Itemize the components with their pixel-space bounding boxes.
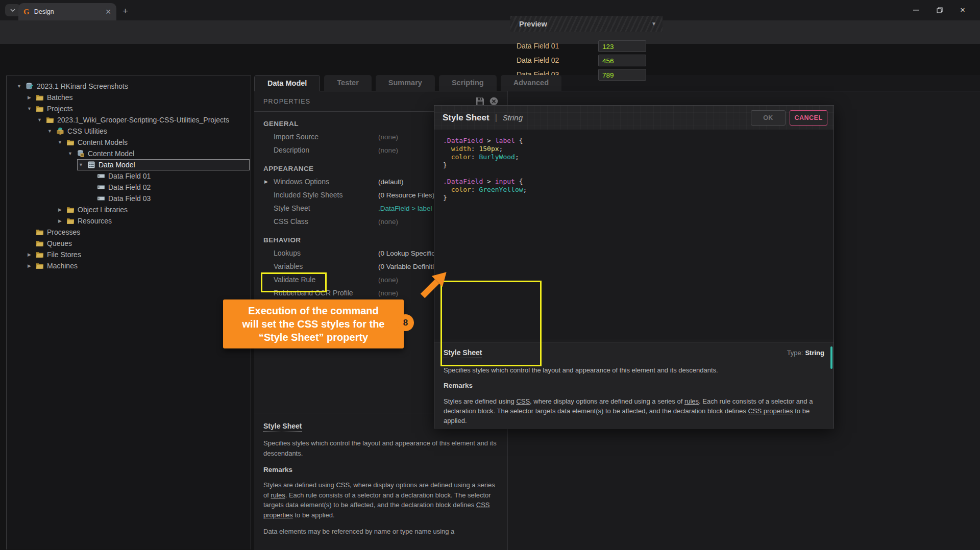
help-link[interactable]: CSS [336,481,350,489]
content-model-icon [77,149,85,158]
expand-arrow-icon[interactable]: ▶ [26,263,33,268]
collapse-arrow-icon[interactable]: ▼ [46,129,53,134]
help-link[interactable]: rules [684,397,699,405]
tree-item[interactable]: ▶Batches [7,92,251,103]
preview-caret-icon[interactable]: ▼ [651,21,656,27]
collapse-arrow-icon[interactable]: ▼ [57,140,63,145]
collapse-arrow-icon[interactable]: ▼ [36,117,43,122]
help-link[interactable]: CSS properties [748,407,793,415]
tree-item-selected: ▼Data Model [77,159,250,170]
collapse-arrow-icon[interactable]: ▼ [78,162,84,167]
window-restore-button[interactable] [928,0,951,20]
preview-field-input[interactable]: 456 [598,55,646,66]
help-scrollbar-thumb[interactable] [830,346,832,369]
preview-field-label: Data Field 02 [517,56,598,64]
tab-close-icon[interactable]: ✕ [105,8,111,16]
tree-item-label: 2023.1 RKinard Screenshots [37,82,128,90]
tab-title: Design [34,8,106,15]
tree-item[interactable]: ▶Object Libraries [7,204,251,215]
tree-item[interactable]: ▼Content Models [7,137,251,148]
cancel-button[interactable]: CANCEL [790,110,827,126]
preview-field-input[interactable]: 789 [598,69,646,81]
tree-item[interactable]: ▶Machines [7,260,251,271]
screen: { "browser": { "tab_title": "Design", "n… [0,0,980,550]
tree-item[interactable]: ▼Projects [7,103,251,114]
folder-icon [66,206,75,214]
property-label: Description [274,146,378,154]
tree-item-label: Content Model [88,149,134,158]
collapse-arrow-icon[interactable]: ▼ [67,151,74,156]
preview-field-input[interactable]: 123 [598,40,646,52]
tree-item[interactable]: Data Field 01 [7,170,251,182]
tree-item-label: Object Libraries [78,206,128,214]
node-tree: ▼2023.1 RKinard Screenshots▶Batches▼Proj… [6,76,251,549]
dialog-value-type: String [503,113,523,122]
code-line: } [443,194,527,202]
code-editor[interactable]: .DataField > label { width: 150px; color… [434,130,834,339]
browser-address-bar: ← → localhost/Grooper/Design ⋮ [0,20,980,44]
property-value: (0 Resource Files) [378,191,434,199]
expand-arrow-icon[interactable]: ▶ [26,252,33,257]
browser-tab-strip: G Design ✕ + × [0,0,980,20]
tree-item[interactable]: ▼2023.1 RKinard Screenshots [7,81,251,92]
folder-icon [46,116,54,124]
help-link[interactable]: rules [271,491,285,499]
property-value: (default) [378,178,404,186]
tree-item[interactable]: Data Field 03 [7,193,251,204]
ok-button[interactable]: OK [751,110,786,126]
tab-advanced[interactable]: Advanced [501,75,561,91]
package-icon [56,127,64,135]
type-value: String [805,349,824,357]
window-minimize-button[interactable] [904,0,928,20]
help-remarks: Styles are defined using CSS, where disp… [263,480,498,520]
tab-scripting[interactable]: Scripting [439,75,497,91]
dialog-remarks: Styles are defined using CSS, where disp… [444,396,824,426]
tree-item[interactable]: Queues [7,238,251,249]
tree-item-label: Data Field 01 [108,172,151,180]
tree-item[interactable]: ▼CSS Utilities [7,126,251,137]
property-label: Style Sheet [274,204,378,212]
preview-field-row: Data Field 02456 [517,53,646,67]
tree-item[interactable]: Data Field 02 [7,182,251,193]
preview-header[interactable]: Preview ▼ [510,16,663,32]
tab-tester[interactable]: Tester [324,75,371,91]
tree-item-label: Processes [47,228,80,236]
collapse-arrow-icon[interactable]: ▼ [16,84,22,89]
tree-item[interactable]: ▼Content Model [7,148,251,159]
tab-data-model[interactable]: Data Model [254,75,320,91]
expand-arrow-icon[interactable]: ▶ [57,207,63,212]
tree-item[interactable]: ▶Resources [7,215,251,227]
expand-arrow-icon[interactable]: ▶ [57,218,63,223]
folder-icon [36,105,44,113]
annotation-step-number: 8 [397,314,414,331]
tree-item[interactable]: ▼2023.1_Wiki_Grooper-Scripting-CSS-Utili… [7,114,251,126]
property-value: (none) [378,218,398,226]
folder-icon [66,217,75,225]
code-line: } [443,161,527,169]
expand-arrow-icon[interactable]: ▶ [26,95,33,100]
grooper-favicon: G [23,8,30,16]
cancel-edit-icon[interactable] [489,97,498,106]
tree-item-label: Data Field 03 [108,194,151,203]
folder-icon [36,251,44,259]
app-header: G PAGE Design • REPOSITORY 2023.1 RKinar… [0,44,980,76]
preview-field-row: Data Field 01123 [517,39,646,53]
tree-item[interactable]: Processes [7,227,251,238]
tree-item[interactable]: ▶File Stores [7,249,251,260]
tree-item[interactable]: ▼Data Model [7,159,251,170]
save-properties-icon[interactable] [476,97,484,106]
dialog-titlebar: Style Sheet | String OK CANCEL [434,106,834,130]
collapse-arrow-icon[interactable]: ▼ [26,106,33,111]
code-line: color: BurlyWood; [443,153,527,161]
folder-icon [36,93,44,102]
expander-icon[interactable]: ▶ [264,179,268,184]
help-link[interactable]: CSS [516,397,530,405]
browser-tab[interactable]: G Design ✕ [18,3,116,20]
window-close-button[interactable]: × [951,0,974,20]
new-tab-button[interactable]: + [122,6,128,16]
property-label: CSS Class [274,217,378,226]
section-label: BEHAVIOR [263,236,301,244]
tab-summary[interactable]: Summary [376,75,435,91]
folder-icon [36,262,44,270]
help-remarks-heading: Remarks [263,466,498,473]
